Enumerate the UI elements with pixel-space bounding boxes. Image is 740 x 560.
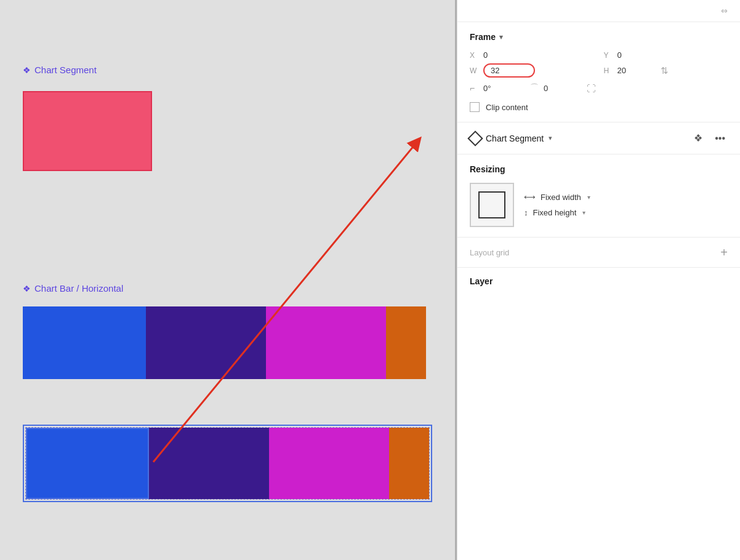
resizing-title: Resizing	[470, 164, 728, 174]
clip-content-label: Clip content	[486, 103, 528, 112]
frame-title[interactable]: Frame ▾	[470, 32, 728, 42]
w-input[interactable]	[491, 66, 528, 75]
bar-chart-top[interactable]	[23, 306, 426, 379]
y-input[interactable]	[617, 50, 654, 60]
fixed-width-icon: ⟷	[524, 193, 536, 202]
x-field[interactable]: X	[470, 50, 594, 60]
corner-input[interactable]	[544, 84, 581, 93]
y-field[interactable]: Y	[604, 50, 728, 60]
component-chevron[interactable]: ▾	[549, 134, 552, 142]
fixed-height-chevron: ▾	[582, 209, 585, 216]
fixed-height-label: Fixed height	[533, 208, 577, 217]
bar-blue-sel[interactable]	[26, 428, 149, 499]
fixed-width-option[interactable]: ⟷ Fixed width ▾	[524, 193, 590, 202]
layout-grid-title: Layout grid	[470, 248, 509, 257]
bar-magenta-sel[interactable]	[269, 428, 389, 499]
bar-magenta[interactable]	[266, 306, 386, 379]
frame-chevron: ▾	[499, 33, 503, 41]
clip-content-checkbox[interactable]	[470, 102, 480, 112]
resize-preview	[470, 183, 514, 227]
layer-title: Layer	[470, 276, 728, 286]
bar-blue[interactable]	[23, 306, 146, 379]
frame-section: Frame ▾ X Y W H ⇅	[457, 22, 740, 122]
h-field[interactable]: H ⇅	[604, 63, 728, 78]
bar-orange[interactable]	[386, 306, 426, 379]
angle-input[interactable]	[483, 84, 520, 93]
resize-options: ⟷ Fixed width ▾ ↕ Fixed height ▾	[524, 193, 590, 217]
component-left: Chart Segment ▾	[470, 133, 552, 144]
bar-chart-bottom-selected[interactable]	[23, 425, 432, 502]
clip-content-row[interactable]: Clip content	[470, 102, 728, 112]
chart-bar-title[interactable]: ❖ Chart Bar / Horizontal	[23, 283, 123, 294]
svg-line-0	[153, 142, 417, 462]
component-arrange-btn[interactable]: ❖	[691, 131, 705, 145]
angle-field[interactable]: ⌐	[470, 83, 520, 93]
fixed-height-icon: ↕	[524, 208, 528, 217]
diamond-icon	[467, 130, 483, 146]
component-name: Chart Segment	[486, 134, 544, 143]
component-more-btn[interactable]: •••	[712, 132, 728, 145]
layer-section: Layer	[457, 268, 740, 295]
add-layout-grid-btn[interactable]: +	[720, 246, 728, 258]
component-icon-bar: ❖	[23, 284, 31, 294]
component-icon: ❖	[23, 65, 31, 75]
resize-preview-inner	[478, 191, 505, 218]
w-field[interactable]: W	[470, 63, 594, 78]
component-row[interactable]: Chart Segment ▾ ❖ •••	[457, 122, 740, 154]
bar-purple[interactable]	[146, 306, 266, 379]
resizing-section: Resizing ⟷ Fixed width ▾ ↕ Fixed height …	[457, 154, 740, 238]
resizing-body: ⟷ Fixed width ▾ ↕ Fixed height ▾	[470, 183, 728, 227]
angle-corner-row: ⌐ ⌒ ⛶	[470, 82, 728, 94]
component-right: ❖ •••	[691, 131, 728, 145]
corner-field[interactable]: ⌒ ⛶	[530, 82, 596, 94]
canvas: ❖ Chart Segment ❖ Chart Bar / Horizontal	[0, 0, 455, 560]
chart-segment-title[interactable]: ❖ Chart Segment	[23, 65, 97, 75]
right-panel: ⇔ Frame ▾ X Y W	[457, 0, 740, 560]
x-input[interactable]	[483, 50, 520, 60]
chart-segment-rect[interactable]	[23, 91, 152, 171]
bar-purple-sel[interactable]	[149, 428, 269, 499]
w-circle-highlight	[483, 63, 535, 78]
fixed-width-label: Fixed width	[541, 193, 581, 202]
bar-chart-bottom[interactable]	[25, 427, 430, 500]
fixed-width-chevron: ▾	[587, 194, 590, 201]
layout-grid-section: Layout grid +	[457, 238, 740, 268]
h-input[interactable]	[617, 66, 654, 75]
fixed-height-option[interactable]: ↕ Fixed height ▾	[524, 208, 590, 217]
bar-orange-sel[interactable]	[389, 428, 429, 499]
